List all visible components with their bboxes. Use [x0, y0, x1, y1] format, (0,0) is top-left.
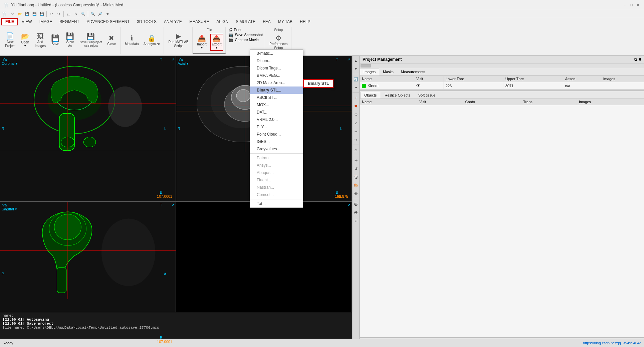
btn-save-screenshot[interactable]: 📷Save Screenshot — [228, 32, 263, 37]
btn-print[interactable]: 🖨Print — [228, 27, 241, 32]
btn-add-images[interactable]: 🖼 AddImages — [33, 32, 47, 49]
btn-preferences[interactable]: ⚙ PreferencesSetup — [268, 34, 289, 51]
qt-star[interactable]: ★ — [104, 11, 111, 17]
tab-analyze[interactable]: ANALYZE — [160, 18, 186, 25]
tool-del[interactable]: ✖ — [352, 102, 360, 110]
btn-save-as[interactable]: 💾 SaveAs — [63, 32, 77, 49]
tab-help[interactable]: HELP — [296, 18, 314, 25]
svg-point-6 — [83, 137, 95, 147]
btn-anonymize[interactable]: 🔒 Anonymize — [142, 34, 162, 47]
btn-new-project[interactable]: 📄 NewProject — [3, 32, 17, 49]
qt-magnify[interactable]: 🔍 — [89, 11, 96, 17]
qt-icon2[interactable]: 🔍 — [80, 11, 86, 17]
btn-capture-movie[interactable]: 🎬Capture Movie — [228, 37, 259, 42]
minimize-button[interactable]: − — [622, 2, 627, 8]
coronal-top-t: T — [160, 57, 162, 61]
tool-color[interactable]: 🎨 — [352, 181, 360, 189]
btn-export[interactable]: 📤 Export ▼ — [210, 34, 224, 51]
tab-images[interactable]: Images — [360, 68, 379, 75]
tool-minus[interactable]: ⊖ — [352, 208, 360, 216]
menu-ascii-stl[interactable]: ASCII STL. — [250, 94, 303, 101]
menu-vrml[interactable]: VRML 2.0... — [250, 116, 303, 123]
btn-import[interactable]: 📥 Import ▼ — [195, 34, 209, 50]
btn-save[interactable]: 💾 Save — [49, 34, 62, 47]
tool-warning[interactable]: ⚠ — [352, 146, 360, 154]
close-button[interactable]: × — [635, 2, 641, 8]
pm-close-icon[interactable]: ✖ — [638, 57, 641, 62]
mask-visit[interactable]: 👁 — [414, 82, 443, 90]
pm-float-icon[interactable]: ⧉ — [634, 57, 637, 62]
3d-expand[interactable]: ↗ — [347, 203, 350, 207]
menu-pointcloud[interactable]: Point Cloud... — [250, 131, 303, 138]
tab-measurements[interactable]: Measurements — [397, 68, 429, 75]
mask-upper: 3071 — [503, 82, 563, 90]
tool-circle[interactable]: ⊙ — [352, 217, 360, 225]
tool-scroll-up[interactable]: ▲ — [352, 56, 360, 64]
btn-close[interactable]: ✖ Close — [105, 34, 118, 47]
tab-fea[interactable]: FEA — [259, 18, 274, 25]
qt-zoom[interactable]: 🔎 — [97, 11, 103, 17]
qt-save2[interactable]: 💾 — [31, 11, 38, 17]
menu-bmp-jpeg[interactable]: BMP/JPEG... — [250, 72, 303, 79]
axial-expand[interactable]: ↗ — [347, 57, 350, 62]
tab-3dtools[interactable]: 3D TOOLS — [133, 18, 160, 25]
tool-rotate[interactable]: ↺ — [352, 165, 360, 173]
tab-masks[interactable]: Masks — [379, 68, 397, 75]
tab-advseg[interactable]: ADVANCED SEGMENT — [83, 18, 133, 25]
menu-2d-mask[interactable]: 2D Mask Area... — [250, 79, 303, 86]
tab-measure[interactable]: MEASURE — [186, 18, 213, 25]
subtab-objects[interactable]: Objects — [361, 92, 380, 99]
tool-refresh[interactable]: 🔄 — [352, 75, 360, 83]
menu-mgx[interactable]: MGX... — [250, 101, 303, 109]
qt-redo[interactable]: ↪ — [55, 11, 62, 17]
pm-hscroll-thumb[interactable] — [361, 64, 371, 67]
qt-cmd1[interactable]: ⬚ — [65, 11, 72, 17]
btn-run-matlab[interactable]: ▶ Run MATLABScript — [167, 32, 190, 49]
tool-eye[interactable]: 👁 — [352, 190, 360, 198]
tab-simulate[interactable]: SIMULATE — [232, 18, 259, 25]
btn-save-sub[interactable]: 💾 Save SubprojectAs Project — [78, 32, 103, 49]
coronal-expand[interactable]: ↗ — [171, 57, 174, 62]
tool-move[interactable]: ✛ — [352, 156, 360, 164]
tab-image[interactable]: IMAGE — [36, 18, 56, 25]
tool-edit[interactable]: ① — [352, 111, 360, 119]
menu-binary-stl[interactable]: Binary STL... — [250, 86, 303, 94]
tool-undo2[interactable]: ↩ — [352, 127, 360, 135]
sagittal-top-t: T — [160, 203, 162, 207]
maximize-button[interactable]: □ — [629, 2, 634, 8]
menu-txt[interactable]: Txt... — [250, 200, 303, 207]
qt-save[interactable]: 💾 — [24, 11, 30, 17]
tool-add[interactable]: + — [352, 94, 360, 102]
menu-dicom[interactable]: Dicom... — [250, 57, 303, 64]
menu-ansys: Ansys... — [250, 162, 303, 169]
tool-3d[interactable]: 🎲 — [352, 173, 360, 181]
btn-metadata[interactable]: ℹ Metadata — [123, 34, 141, 47]
tab-segment[interactable]: SEGMENT — [56, 18, 83, 25]
viewport-coronal[interactable]: n/aCoronal ▾ T B R L ↗ 107.0001 — [0, 56, 176, 201]
tool-redo2[interactable]: ↪ — [352, 136, 360, 144]
menu-3matic[interactable]: 3-matic... — [250, 50, 303, 57]
qt-undo[interactable]: ↩ — [48, 11, 55, 17]
qt-new[interactable]: ☆ — [9, 11, 16, 17]
tool-scroll-down[interactable]: ▼ — [352, 65, 360, 73]
menu-dicom-tags[interactable]: Dicom Tags... — [250, 64, 303, 72]
sagittal-expand[interactable]: ↗ — [171, 203, 174, 207]
menu-ply[interactable]: PLY... — [250, 123, 303, 131]
tab-mytab[interactable]: MY TAB — [274, 18, 296, 25]
table-row[interactable]: Green 👁 226 3071 n/a — [360, 82, 644, 90]
menu-grayvalues[interactable]: Grayvalues... — [250, 145, 303, 153]
subtab-reslice[interactable]: Reslice Objects — [381, 92, 414, 99]
tool-plus2[interactable]: ⊕ — [352, 200, 360, 208]
tab-view[interactable]: VIEW — [18, 18, 36, 25]
qt-save3[interactable]: 💾 — [38, 11, 45, 17]
tool-save2[interactable]: ↙ — [352, 119, 360, 127]
tab-file[interactable]: FILE — [1, 18, 18, 25]
qt-open[interactable]: 📂 — [16, 11, 23, 17]
btn-open[interactable]: 📂 Open ▼ — [18, 32, 32, 48]
tab-align[interactable]: ALIGN — [213, 18, 232, 25]
tool-unknown1[interactable]: ✦ — [352, 83, 360, 92]
subtab-softtissue[interactable]: Soft tissue — [415, 92, 439, 99]
menu-iges[interactable]: IGES... — [250, 138, 303, 145]
qt-icon1[interactable]: ✎ — [72, 11, 79, 17]
menu-dat[interactable]: DAT... — [250, 109, 303, 116]
